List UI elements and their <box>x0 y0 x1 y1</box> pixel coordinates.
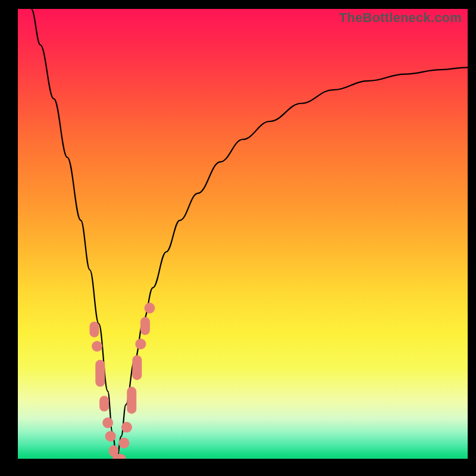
marker-round <box>145 303 155 314</box>
bottleneck-curve <box>32 9 468 459</box>
marker-capsule <box>132 355 142 380</box>
marker-round <box>105 431 116 441</box>
marker-capsule <box>127 387 136 414</box>
marker-capsule <box>140 317 150 335</box>
marker-capsule <box>99 396 109 411</box>
plot-area: TheBottleneck.com <box>18 9 468 459</box>
marker-round <box>135 339 146 349</box>
marker-capsule <box>90 321 99 337</box>
marker-round <box>102 418 113 428</box>
marker-round <box>92 341 102 352</box>
chart-frame: TheBottleneck.com <box>0 0 476 476</box>
marker-capsule <box>95 360 105 387</box>
chart-svg <box>18 9 468 459</box>
marker-round <box>118 438 129 449</box>
marker-round <box>121 422 132 433</box>
